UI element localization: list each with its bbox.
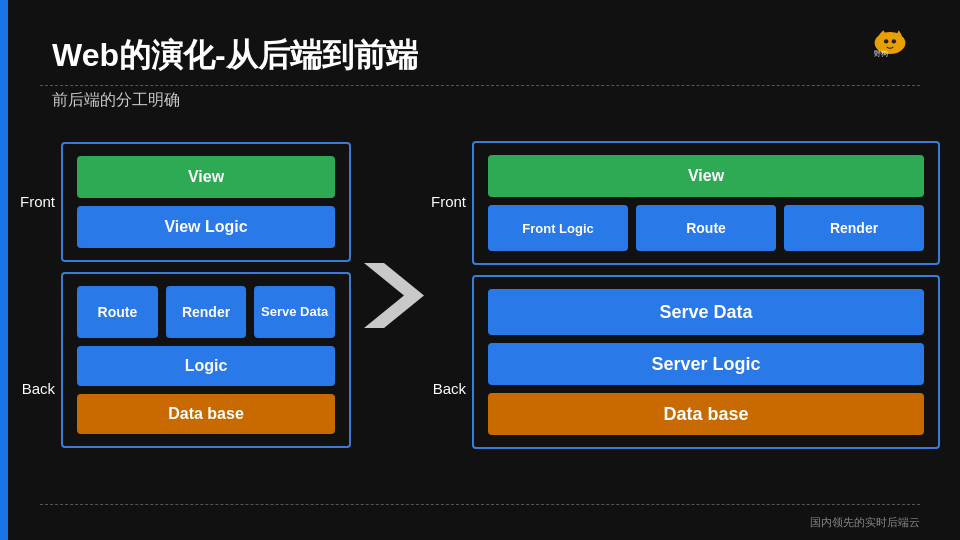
logo: 野狗 [850,18,930,68]
right-serve-data-block: Serve Data [488,289,924,335]
left-logic-block: Logic [77,346,335,386]
accent-bar [0,0,8,540]
divider-top [40,85,920,86]
svg-marker-6 [364,263,424,328]
slide: 野狗 Web的演化-从后端到前端 前后端的分工明确 Front Back Vie… [0,0,960,540]
right-front-logic-block: Front Logic [488,205,628,251]
left-view-logic-block: View Logic [77,206,335,248]
page-title: Web的演化-从后端到前端 [52,34,920,78]
svg-text:野狗: 野狗 [874,50,888,57]
right-render-block: Render [784,205,924,251]
left-database-block: Data base [77,394,335,434]
chevron-arrow [359,258,424,333]
right-back-label: Back [433,380,466,397]
left-render-block: Render [166,286,247,338]
left-back-label: Back [22,380,55,397]
footer-text: 国内领先的实时后端云 [810,515,920,530]
left-back-box: Route Render Serve Data Logic Data base [61,272,351,448]
arrow-container [351,258,431,333]
right-front-box: View Front Logic Route Render [472,141,940,265]
divider-bottom [40,504,920,505]
right-diagram: View Front Logic Route Render Serve Data… [472,141,940,449]
logo-svg: 野狗 [868,29,912,57]
right-view-block: View [488,155,924,197]
left-front-box: View View Logic [61,142,351,262]
left-serve-data-block: Serve Data [254,286,335,338]
left-front-label: Front [20,193,55,210]
right-server-logic-block: Server Logic [488,343,924,385]
right-route-block: Route [636,205,776,251]
right-database-block: Data base [488,393,924,435]
right-back-box: Serve Data Server Logic Data base [472,275,940,449]
svg-point-4 [892,39,896,43]
right-front-label: Front [431,193,466,210]
left-route-block: Route [77,286,158,338]
svg-point-3 [884,39,888,43]
left-view-block: View [77,156,335,198]
